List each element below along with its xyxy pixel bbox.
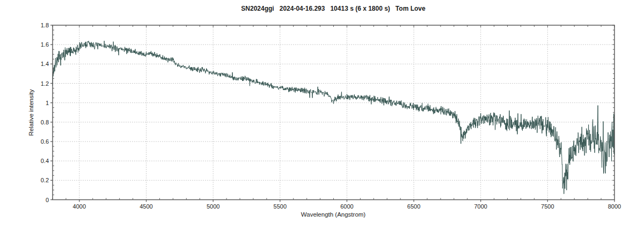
y-tick-label: 1.2 (41, 80, 49, 87)
x-tick-label: 4000 (73, 203, 86, 210)
y-tick-label: 0.8 (41, 119, 49, 125)
y-tick-label: 0.4 (41, 158, 49, 164)
y-tick-label: 0 (46, 197, 49, 203)
spectrum-chart: 40004500500055006000650070007500800000.2… (0, 0, 644, 230)
x-tick-label: 5000 (207, 203, 219, 210)
x-tick-label: 7000 (474, 203, 487, 210)
x-tick-label: 4500 (140, 203, 152, 210)
x-tick-label: 7500 (541, 203, 554, 210)
y-axis-label: Relative intensity (28, 89, 34, 136)
x-tick-label: 6500 (407, 203, 420, 210)
y-tick-label: 0.6 (41, 138, 49, 145)
x-tick-label: 8000 (608, 203, 621, 210)
x-axis-label: Wavelength (Angstrom) (301, 211, 366, 218)
y-tick-label: 1.4 (41, 61, 49, 67)
y-tick-label: 1 (46, 100, 49, 106)
y-tick-label: 1.6 (41, 41, 49, 48)
x-tick-label: 5500 (274, 203, 287, 210)
spectrum-figure: 40004500500055006000650070007500800000.2… (0, 0, 644, 230)
chart-title: SN2024ggi 2024-04-16.293 10413 s (6 x 18… (241, 5, 426, 12)
x-tick-label: 6000 (340, 203, 353, 210)
y-tick-label: 0.2 (41, 177, 49, 183)
y-tick-label: 1.8 (41, 22, 49, 28)
